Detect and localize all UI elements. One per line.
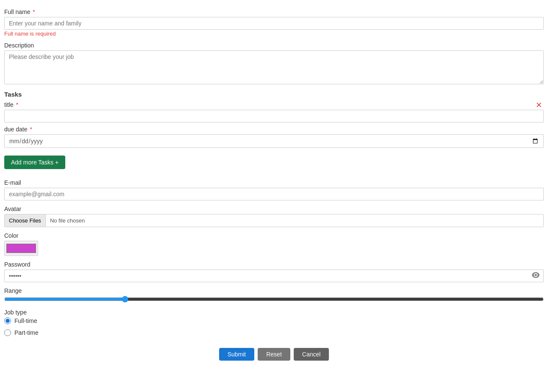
job-type-label: Job type	[4, 309, 544, 316]
password-group: Password	[4, 261, 544, 282]
fullname-input[interactable]	[4, 17, 544, 30]
no-file-text: No file chosen	[46, 217, 89, 224]
fullname-group: Full name * Full name is required	[4, 8, 544, 37]
radio-fulltime[interactable]: Full-time	[4, 317, 544, 324]
email-label: E-mail	[4, 179, 544, 186]
tasks-section-title: Tasks	[4, 91, 544, 98]
eye-icon[interactable]	[532, 272, 540, 280]
task-block: title * ✕	[4, 101, 544, 122]
submit-button[interactable]: Submit	[219, 348, 255, 361]
fullname-label: Full name *	[4, 8, 544, 15]
task-title-label: title *	[4, 101, 18, 108]
description-textarea[interactable]	[4, 50, 544, 84]
email-input[interactable]	[4, 188, 544, 200]
description-label: Description	[4, 42, 544, 49]
description-group: Description	[4, 42, 544, 86]
tasks-section: Tasks title * ✕ due date * Add more Task…	[4, 91, 544, 174]
radio-parttime-input[interactable]	[4, 329, 11, 336]
task-title-input[interactable]	[4, 110, 544, 122]
task-title-row: title * ✕	[4, 101, 544, 110]
fullname-required-star: *	[31, 8, 35, 15]
range-label: Range	[4, 287, 544, 294]
password-input[interactable]	[4, 270, 544, 282]
due-date-group: due date *	[4, 126, 544, 148]
reset-button[interactable]: Reset	[258, 348, 290, 361]
job-type-group: Job type Full-time Part-time	[4, 309, 544, 338]
avatar-label: Avatar	[4, 206, 544, 212]
add-tasks-button[interactable]: Add more Tasks +	[4, 156, 65, 169]
radio-parttime[interactable]: Part-time	[4, 329, 544, 336]
email-group: E-mail	[4, 179, 544, 200]
radio-group: Full-time Part-time	[4, 317, 544, 338]
cancel-button[interactable]: Cancel	[294, 348, 329, 361]
radio-parttime-label: Part-time	[14, 329, 39, 336]
choose-files-button[interactable]: Choose Files	[5, 214, 46, 227]
task-remove-button[interactable]: ✕	[534, 101, 544, 109]
due-date-input[interactable]	[4, 134, 544, 148]
file-input-wrapper: Choose Files No file chosen	[4, 214, 544, 227]
radio-fulltime-input[interactable]	[4, 317, 11, 324]
password-wrapper	[4, 270, 544, 282]
due-date-label: due date *	[4, 126, 544, 133]
color-label: Color	[4, 232, 544, 239]
fullname-error: Full name is required	[4, 31, 544, 37]
avatar-group: Avatar Choose Files No file chosen	[4, 206, 544, 227]
color-group: Color	[4, 232, 544, 256]
form-buttons: Submit Reset Cancel	[4, 348, 544, 369]
radio-fulltime-label: Full-time	[14, 317, 37, 324]
range-group: Range	[4, 287, 544, 304]
range-input[interactable]	[4, 296, 544, 303]
form-container: Full name * Full name is required Descri…	[4, 8, 544, 369]
password-label: Password	[4, 261, 544, 268]
color-input[interactable]	[4, 241, 38, 256]
